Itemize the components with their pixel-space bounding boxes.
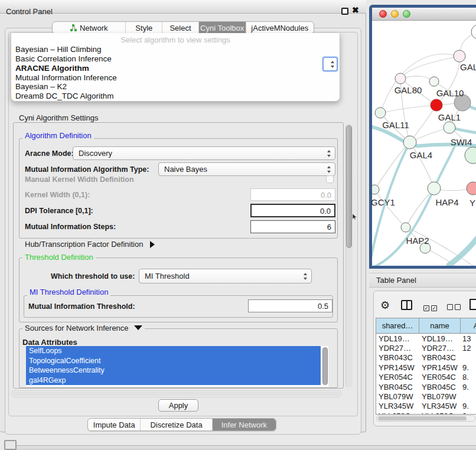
mi-threshold-field[interactable]: 0.5 bbox=[248, 299, 332, 312]
network-node-cut-top[interactable] bbox=[471, 25, 476, 39]
settings-horizontal-scrollbar[interactable] bbox=[11, 390, 342, 397]
network-node-hap4[interactable] bbox=[428, 182, 441, 195]
cell[interactable]: YLR345W bbox=[419, 402, 461, 410]
float-window-button[interactable] bbox=[341, 8, 348, 15]
tab-select[interactable]: Select bbox=[162, 22, 199, 34]
dropdown-item-mutual-information[interactable]: Mutual Information Inference bbox=[15, 73, 117, 82]
table-horizontal-scrollbar-thumb[interactable] bbox=[378, 416, 467, 420]
network-node-gcy1[interactable] bbox=[372, 185, 379, 194]
minimized-panel-icon[interactable] bbox=[4, 440, 17, 450]
tab-cyni-toolbox[interactable]: Cyni Toolbox bbox=[199, 22, 246, 34]
cell[interactable]: 13 bbox=[461, 334, 476, 343]
cell[interactable]: YBR043C bbox=[419, 353, 461, 362]
cell[interactable]: YPR145W bbox=[419, 363, 461, 372]
network-node-hap2[interactable] bbox=[401, 223, 410, 232]
column-header-shared-name[interactable]: shared… bbox=[376, 318, 419, 333]
list-item-gal4rgexp[interactable]: gal4RGexp bbox=[26, 376, 321, 386]
table-row[interactable]: YER054CYER054C8. bbox=[376, 373, 476, 382]
table-row[interactable]: YBL079WYBL079W bbox=[376, 392, 476, 401]
cell[interactable]: YBR045C bbox=[376, 383, 419, 392]
cell[interactable]: YLL052C bbox=[376, 412, 419, 415]
cell[interactable]: YDL19… bbox=[376, 334, 419, 343]
settings-horizontal-scrollbar-thumb[interactable] bbox=[12, 392, 341, 396]
mi-steps-field[interactable]: 6 bbox=[250, 220, 335, 233]
close-window-button[interactable]: ✖ bbox=[352, 5, 359, 15]
cell[interactable]: YLR345W bbox=[376, 402, 419, 410]
column-header-cut[interactable]: A bbox=[461, 318, 476, 333]
zoom-traffic-light[interactable] bbox=[403, 10, 410, 18]
cell[interactable]: 9 bbox=[461, 412, 476, 415]
network-node-swi4[interactable] bbox=[444, 122, 455, 133]
apply-button[interactable]: Apply bbox=[158, 399, 198, 412]
new-table-icon[interactable] bbox=[470, 299, 476, 310]
table-row[interactable]: YBR045CYBR045C9. bbox=[376, 382, 476, 392]
dpi-tolerance-field[interactable]: 0.0 bbox=[250, 204, 335, 217]
cell[interactable]: YBL079W bbox=[419, 392, 461, 401]
kernel-width-field[interactable]: 0.0 bbox=[250, 188, 335, 201]
table-row[interactable]: YLL052CYLL052C9 bbox=[376, 411, 476, 415]
deselect-all-checkboxes-icon[interactable] bbox=[447, 302, 462, 312]
dropdown-item-basic-correlation[interactable]: Basic Correlation Inference bbox=[15, 54, 112, 63]
focused-spinner-field[interactable] bbox=[322, 57, 338, 71]
lower-panel-edge bbox=[15, 445, 476, 450]
cell[interactable]: 8. bbox=[461, 373, 476, 381]
list-item-betweennesscentrality[interactable]: BetweennessCentrality bbox=[26, 366, 321, 376]
settings-vertical-scrollbar-thumb[interactable] bbox=[346, 125, 352, 248]
network-node-gal10[interactable] bbox=[429, 77, 439, 86]
manual-kernel-checkbox[interactable] bbox=[326, 175, 334, 183]
table-row[interactable]: YLR345WYLR345W9. bbox=[376, 402, 476, 411]
network-node-gal4[interactable] bbox=[403, 136, 416, 149]
gear-icon[interactable]: ⚙ bbox=[380, 299, 390, 312]
which-threshold-combo[interactable]: MI Threshold bbox=[139, 269, 312, 283]
sources-toggle[interactable]: Sources for Network Inference bbox=[22, 324, 145, 332]
tab-infer-network[interactable]: Infer Network bbox=[213, 419, 276, 431]
dropdown-item-dream8[interactable]: Dream8 DC_TDC Algorithm bbox=[15, 92, 114, 100]
tab-network[interactable]: Network bbox=[53, 22, 126, 34]
dropdown-item-aracne[interactable]: ARACNE Algorithm bbox=[15, 64, 89, 73]
cell[interactable]: YPR145W bbox=[376, 363, 419, 372]
columns-icon[interactable] bbox=[401, 300, 412, 310]
list-item-selfloops[interactable]: SelfLoops bbox=[26, 346, 321, 356]
network-node-cut-right[interactable] bbox=[465, 147, 476, 164]
cell[interactable]: YER054C bbox=[376, 373, 419, 381]
network-node-gal80[interactable] bbox=[395, 73, 406, 84]
cell[interactable]: YBR045C bbox=[419, 383, 461, 392]
list-item-topologicalcoefficient[interactable]: TopologicalCoefficient bbox=[26, 356, 321, 366]
network-window-titlebar[interactable] bbox=[372, 8, 476, 21]
table-row[interactable]: YDL19…YDL19…13 bbox=[376, 334, 476, 343]
cell[interactable]: 9. bbox=[461, 363, 476, 372]
tab-jactivemnodules[interactable]: jActiveMNodules bbox=[246, 22, 314, 34]
table-row[interactable]: YPR145WYPR145W9. bbox=[376, 363, 476, 372]
cell[interactable]: YLL052C bbox=[419, 412, 461, 415]
tab-style[interactable]: Style bbox=[126, 22, 162, 34]
network-node-salmon[interactable] bbox=[467, 182, 476, 195]
cell[interactable]: YDR27… bbox=[419, 344, 461, 353]
aracne-mode-combo[interactable]: Discovery bbox=[73, 146, 335, 160]
tab-discretize-data[interactable]: Discretize Data bbox=[141, 419, 212, 431]
network-node-gal11[interactable] bbox=[375, 107, 386, 118]
cell[interactable]: YDL19… bbox=[419, 334, 461, 343]
mi-type-combo[interactable]: Naive Bayes bbox=[158, 162, 335, 176]
select-all-checkboxes-icon[interactable]: ✓✓ bbox=[423, 302, 439, 312]
cell[interactable]: YBL079W bbox=[376, 392, 419, 401]
mi-type-value: Naive Bayes bbox=[164, 165, 207, 174]
network-node-gal1-red[interactable] bbox=[431, 99, 442, 111]
list-scrollbar[interactable] bbox=[322, 347, 328, 385]
cell[interactable]: 12 bbox=[461, 344, 476, 353]
cell[interactable]: 9. bbox=[461, 383, 476, 392]
cell[interactable]: YDR27… bbox=[376, 344, 419, 353]
table-row[interactable]: YBR043CYBR043C bbox=[376, 353, 476, 363]
network-node-gal-top[interactable] bbox=[454, 50, 465, 62]
cell[interactable]: YER054C bbox=[419, 373, 461, 381]
close-traffic-light[interactable] bbox=[379, 10, 387, 18]
cell[interactable]: YBR043C bbox=[376, 353, 419, 362]
table-row[interactable]: YDR27…YDR27…12 bbox=[376, 343, 476, 353]
cell[interactable]: 9. bbox=[461, 402, 476, 410]
table-horizontal-scrollbar[interactable] bbox=[376, 415, 475, 422]
hub-definition-toggle[interactable]: Hub/Transcription Factor Definition bbox=[25, 240, 155, 249]
column-header-name[interactable]: name bbox=[419, 318, 461, 333]
dropdown-item-bayesian-k2[interactable]: Bayesian – K2 bbox=[15, 82, 67, 91]
dropdown-item-bayesian-hill[interactable]: Bayesian – Hill Climbing bbox=[15, 45, 102, 54]
tab-impute-data[interactable]: Impute Data bbox=[88, 419, 141, 431]
minimize-traffic-light[interactable] bbox=[391, 10, 399, 18]
